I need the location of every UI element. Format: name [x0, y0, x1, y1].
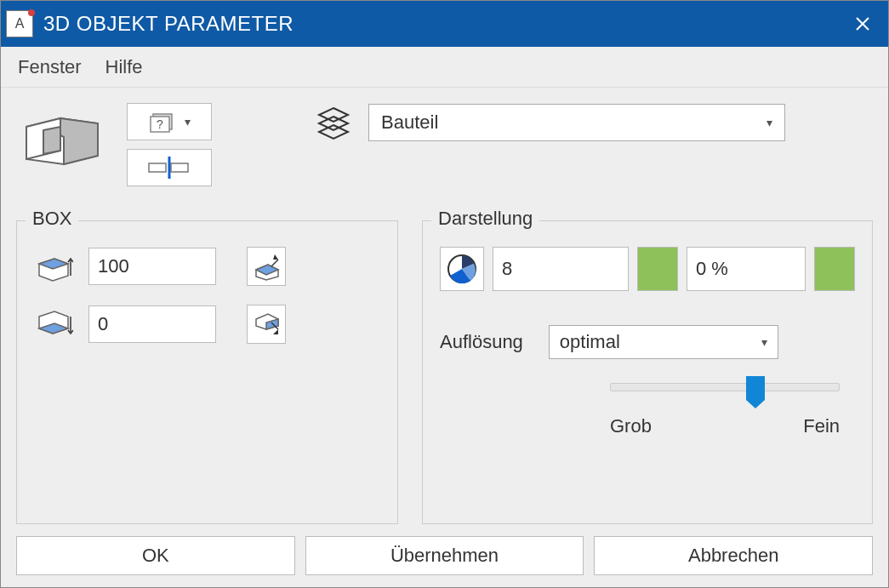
- layer-icon: [314, 103, 353, 142]
- menu-fenster[interactable]: Fenster: [18, 56, 82, 78]
- linetype-icon: ?: [149, 108, 176, 135]
- darstellung-legend: Darstellung: [431, 208, 539, 230]
- box-panel: BOX: [16, 220, 398, 524]
- layer-select[interactable]: Bauteil ▾: [368, 104, 785, 141]
- resolution-slider[interactable]: [610, 383, 840, 391]
- box-legend: BOX: [26, 208, 78, 230]
- slider-track: [610, 383, 840, 391]
- linetype-dropdown[interactable]: ? ▾: [127, 103, 212, 140]
- svg-rect-8: [171, 163, 188, 172]
- app-icon-letter: A: [15, 16, 25, 31]
- reference-top-button[interactable]: [247, 247, 286, 286]
- window-title: 3D OBJEKT PARAMETER: [43, 12, 842, 36]
- darstellung-panel: Darstellung 8 0 %: [422, 220, 873, 524]
- dialog-window: A 3D OBJEKT PARAMETER Fenster Hilfe: [0, 0, 889, 588]
- reference-bottom-button[interactable]: [247, 305, 286, 344]
- opacity-value[interactable]: 0 %: [687, 247, 806, 291]
- reference-bottom-icon: [251, 309, 282, 340]
- object-3d-icon: [16, 103, 110, 171]
- section-tool-button[interactable]: [127, 149, 212, 186]
- resolution-select[interactable]: optimal ▾: [549, 325, 778, 359]
- close-icon: [855, 16, 870, 31]
- cancel-button[interactable]: Abbrechen: [594, 536, 873, 575]
- menu-hilfe[interactable]: Hilfe: [105, 56, 143, 78]
- content-area: ? ▾: [1, 88, 888, 587]
- pen-picker-button[interactable]: [440, 247, 484, 291]
- svg-line-18: [271, 260, 278, 266]
- pen-value[interactable]: 8: [493, 247, 629, 291]
- pen-color-swatch[interactable]: [637, 247, 678, 291]
- apply-button[interactable]: Übernehmen: [305, 536, 584, 575]
- svg-marker-3: [43, 127, 60, 154]
- svg-marker-11: [319, 117, 348, 130]
- slider-label-min: Grob: [610, 415, 652, 437]
- slider-labels: Grob Fein: [610, 415, 840, 437]
- box-base-row: [34, 305, 380, 344]
- color-wheel-icon: [445, 252, 479, 286]
- slider-thumb[interactable]: [746, 376, 765, 400]
- app-icon: A: [6, 10, 33, 37]
- panels-row: BOX: [16, 220, 873, 524]
- resolution-label: Auflösung: [440, 331, 523, 353]
- box-base-icon: [34, 305, 73, 344]
- box-height-input[interactable]: [88, 248, 216, 285]
- slider-label-max: Fein: [803, 415, 840, 437]
- ok-button[interactable]: OK: [16, 536, 295, 575]
- box-height-row: [34, 247, 380, 286]
- svg-marker-12: [319, 125, 348, 139]
- section-tool-icon: [145, 155, 193, 180]
- svg-marker-2: [60, 118, 98, 164]
- tool-column: ? ▾: [127, 103, 212, 186]
- chevron-down-icon: ▾: [766, 116, 772, 129]
- svg-text:?: ?: [157, 117, 163, 131]
- resolution-row: Auflösung optimal ▾: [440, 325, 855, 359]
- svg-rect-7: [149, 163, 166, 172]
- top-row: ? ▾: [16, 103, 873, 214]
- fill-color-swatch[interactable]: [814, 247, 855, 291]
- box-height-icon: [34, 247, 73, 286]
- reference-top-icon: [251, 251, 282, 282]
- pen-color-row: 8 0 %: [440, 247, 855, 291]
- svg-marker-10: [319, 108, 348, 122]
- resolution-select-value: optimal: [560, 331, 620, 353]
- chevron-down-icon: ▾: [761, 335, 767, 349]
- footer-buttons: OK Übernehmen Abbrechen: [16, 536, 873, 575]
- close-button[interactable]: [842, 1, 883, 47]
- chevron-down-icon: ▾: [185, 115, 191, 128]
- layer-select-value: Bauteil: [381, 111, 438, 134]
- layer-row: Bauteil ▾: [314, 103, 785, 142]
- box-base-input[interactable]: [88, 305, 216, 343]
- menubar: Fenster Hilfe: [1, 47, 888, 88]
- titlebar: A 3D OBJEKT PARAMETER: [1, 1, 888, 47]
